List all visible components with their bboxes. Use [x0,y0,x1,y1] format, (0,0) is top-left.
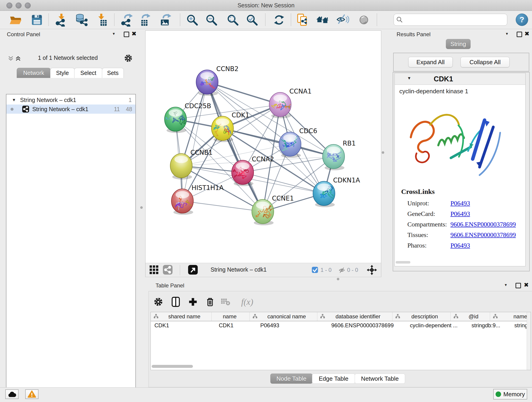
node-label-ccne1: CCNE1 [272,195,294,202]
results-panel-float-icon[interactable] [517,32,522,37]
network-canvas[interactable]: CCNB2CCNA1CDC25BCDK1CDC6RB1CCNB1CCNA2CDK… [145,31,381,263]
right-splitter-handle[interactable] [382,151,384,154]
goto-network-icon[interactable] [188,265,198,274]
column-header-database-identifier[interactable]: database identifier [317,312,393,321]
hide-selected-button[interactable] [334,13,351,27]
expand-all-button[interactable]: Expand All [408,57,453,67]
show-column-panel-icon[interactable] [169,295,182,308]
zoom-in-button[interactable] [184,13,201,27]
network-node-ccne1[interactable]: CCNE1 [252,195,294,225]
export-network-button[interactable] [119,13,135,27]
new-network-from-selection-button[interactable] [294,13,311,27]
network-options-gear-icon[interactable] [124,54,133,63]
zoom-fit-content-button[interactable] [225,13,241,27]
show-all-button[interactable] [355,13,372,27]
tab-edge-table[interactable]: Edge Table [312,374,355,384]
table-cell[interactable]: CDK1 [215,321,257,330]
tab-sets[interactable]: Sets [102,68,124,78]
crosslink-value-link[interactable]: P06493 [450,240,470,251]
birds-eye-view-icon[interactable] [150,265,158,274]
cloud-button[interactable] [5,389,19,399]
control-panel-collapse-icon[interactable]: ▾ [113,31,115,36]
network-node-rb1[interactable]: RB1 [323,140,355,170]
tab-select[interactable]: Select [74,68,102,78]
crosslink-value-link[interactable]: 9606.ENSP00000378699 [450,230,516,240]
tab-node-table[interactable]: Node Table [270,374,312,384]
import-network-database-button[interactable] [73,13,89,27]
node-table: shared namenamecanonical namedatabase id… [151,312,531,370]
table-panel-float-icon[interactable] [515,283,521,288]
results-panel-close-icon[interactable]: ✖ [525,31,530,36]
table-panel-collapse-icon[interactable]: ▾ [505,282,507,287]
warning-button[interactable] [25,389,38,399]
network-type-share-icon[interactable] [163,265,172,274]
control-panel-close-icon[interactable]: ✖ [132,31,137,36]
cdk1-collapse-icon[interactable]: ▼ [407,76,411,81]
crosslink-value-link[interactable]: 9606.ENSP00000378699 [450,219,516,230]
column-type-icon [250,313,258,319]
table-cell[interactable]: cyclin-dependent ... [406,321,468,330]
add-column-icon[interactable] [186,295,199,308]
table-cell[interactable]: P06493 [257,321,328,330]
table-cell[interactable]: CDK1 [151,321,215,330]
tab-string[interactable]: String [446,39,471,49]
column-header-shared-name[interactable]: shared name [151,312,212,321]
import-network-button[interactable] [53,13,70,27]
network-node-hist1h1a[interactable]: HIST1H1A [171,184,224,215]
column-type-icon [490,313,498,319]
network-collection-row[interactable]: ▼ String Network – cdk1 1 [6,95,135,104]
network-edge[interactable] [182,201,263,211]
network-node-cdc6[interactable]: CDC6 [279,127,317,158]
table-row[interactable]: CDK1CDK1P064939606.ENSP00000378699cyclin… [151,321,531,330]
column-label: description [401,313,450,320]
network-node-ccnb2[interactable]: CCNB2 [196,65,239,96]
table-cell[interactable]: stringdb:9... [468,321,511,330]
memory-button[interactable]: Memory [493,389,527,400]
table-panel-close-icon[interactable]: ✖ [524,282,529,287]
column-header-description[interactable]: description [393,312,451,321]
network-row-selected[interactable]: String Network – cdk1 11 48 [6,104,135,114]
node-label-rb1: RB1 [343,140,355,147]
crosslink-value-link[interactable]: P06493 [450,209,470,219]
import-table-button[interactable] [93,13,109,27]
network-node-cdkn1a[interactable]: CDKN1A [313,177,360,207]
results-panel-collapse-icon[interactable]: ▾ [506,31,508,36]
left-splitter-handle[interactable] [140,206,143,209]
fit-selected-crosshair-icon[interactable] [367,265,377,275]
control-panel-float-icon[interactable] [124,32,129,37]
crosslink-value-link[interactable]: P06493 [450,198,470,209]
tab-style[interactable]: Style [50,68,75,78]
cdk1-card-header[interactable]: ▼ CDK1 [395,73,525,85]
network-node-ccna1[interactable]: CCNA1 [269,88,312,118]
table-vertical-scrollbar[interactable] [527,312,531,370]
table-cell[interactable]: 9606.ENSP00000378699 [328,321,406,330]
export-table-button[interactable] [136,13,153,27]
card-scrollbar-thumb[interactable] [396,261,410,264]
collapse-all-button[interactable]: Collapse All [461,57,510,67]
refresh-button[interactable] [271,13,287,27]
column-header-canonical-name[interactable]: canonical name [250,312,317,321]
column-header-name[interactable]: name [212,312,250,321]
export-image-button[interactable] [157,13,174,27]
search-icon [396,16,403,23]
tab-network[interactable]: Network [17,68,51,78]
column-header--id[interactable]: @id [451,312,490,321]
first-neighbors-button[interactable] [314,13,331,27]
delete-column-icon[interactable] [204,295,216,308]
network-edge[interactable] [207,82,263,211]
bottom-splitter-handle[interactable] [337,278,339,280]
zoom-out-button[interactable] [203,13,220,27]
column-header-namespace[interactable]: namespace [490,312,531,321]
column-type-icon [317,313,326,319]
open-session-button[interactable] [7,13,24,27]
collection-expand-icon[interactable]: ▼ [12,98,16,102]
table-gear-icon[interactable] [152,295,165,308]
save-session-button[interactable] [29,13,45,27]
selected-checkbox-icon[interactable] [312,267,318,273]
search-input[interactable] [405,15,507,25]
table-horizontal-scrollbar-thumb[interactable] [152,365,193,368]
network-edge[interactable] [207,82,280,104]
tab-network-table[interactable]: Network Table [355,374,405,384]
zoom-selected-button[interactable] [244,13,260,27]
help-button[interactable]: ? [516,13,528,26]
